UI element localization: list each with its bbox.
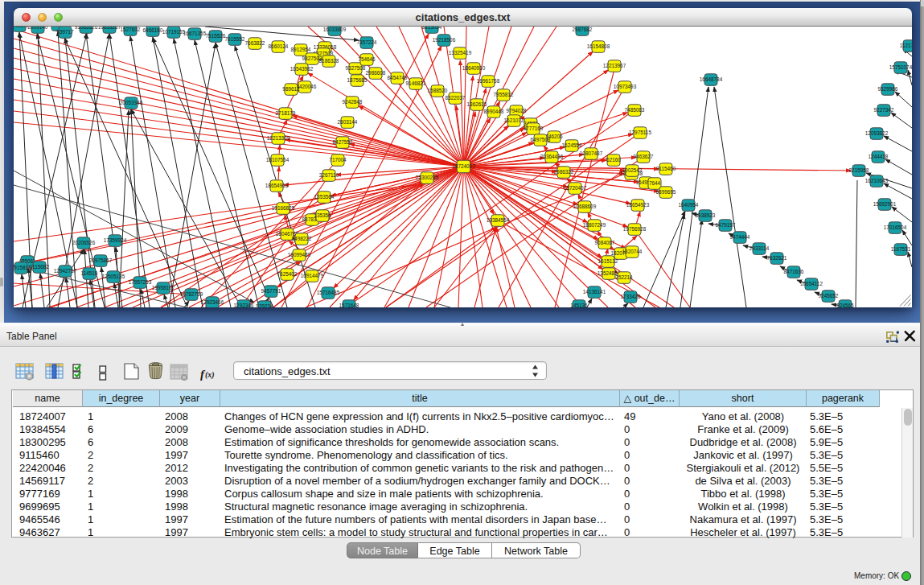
svg-text:19384554: 19384554 [487, 217, 510, 223]
svg-text:1615132: 1615132 [598, 258, 618, 264]
svg-text:8660124: 8660124 [269, 43, 289, 49]
svg-text:14136141: 14136141 [583, 289, 606, 295]
svg-text:1244418: 1244418 [869, 154, 889, 159]
svg-text:8215958: 8215958 [849, 167, 869, 173]
svg-text:9115460: 9115460 [656, 166, 676, 171]
svg-text:12975115: 12975115 [629, 130, 651, 135]
svg-text:8471636: 8471636 [784, 269, 804, 274]
svg-text:12213967: 12213967 [603, 63, 626, 68]
svg-text:2986322: 2986322 [554, 169, 574, 175]
svg-text:10973493: 10973493 [614, 84, 637, 89]
svg-text:91065326: 91065326 [75, 27, 98, 30]
svg-text:7485063: 7485063 [625, 107, 645, 113]
svg-text:10654112: 10654112 [800, 281, 823, 286]
svg-text:19166825: 19166825 [272, 205, 295, 211]
svg-text:1820744: 1820744 [622, 249, 643, 254]
svg-text:10719155: 10719155 [162, 29, 186, 35]
svg-text:7644: 7644 [649, 180, 661, 186]
svg-text:8813054: 8813054 [422, 27, 442, 30]
svg-text:9227342: 9227342 [874, 107, 894, 113]
svg-text:19756928: 19756928 [623, 226, 647, 232]
svg-text:1527602: 1527602 [121, 27, 141, 32]
svg-text:25300235: 25300235 [416, 175, 439, 180]
svg-text:8990448: 8990448 [484, 109, 504, 114]
svg-text:17016504: 17016504 [884, 225, 907, 230]
svg-text:8498222: 8498222 [292, 236, 312, 241]
svg-text:1353564: 1353564 [314, 194, 335, 200]
svg-text:9084067: 9084067 [595, 240, 615, 245]
svg-text:10807487: 10807487 [580, 150, 603, 156]
svg-text:7663822: 7663822 [245, 40, 265, 46]
svg-text:114519: 114519 [81, 270, 98, 276]
svg-text:717004: 717004 [329, 157, 347, 163]
svg-text:16099489: 16099489 [288, 252, 311, 257]
svg-text:18807249: 18807249 [583, 222, 606, 228]
svg-text:7625402: 7625402 [277, 271, 298, 277]
svg-text:10688609: 10688609 [573, 204, 597, 209]
svg-text:939717: 939717 [56, 29, 74, 35]
svg-text:754646: 754646 [358, 56, 376, 62]
svg-text:7632621: 7632621 [767, 255, 787, 261]
svg-text:1121706: 1121706 [900, 43, 912, 48]
svg-text:8454749: 8454749 [388, 75, 408, 80]
svg-text:924565: 924565 [836, 303, 854, 307]
svg-text:9474444: 9474444 [730, 234, 750, 240]
svg-text:(x): (x) [205, 370, 215, 380]
svg-text:135356: 135356 [314, 212, 331, 218]
svg-text:12923466: 12923466 [201, 299, 224, 305]
svg-text:62160: 62160 [606, 157, 621, 163]
svg-text:16782759: 16782759 [180, 291, 203, 297]
svg-text:16914479: 16914479 [301, 273, 324, 278]
svg-text:1115682: 1115682 [30, 264, 49, 270]
svg-text:2986608: 2986608 [366, 70, 386, 76]
svg-text:18724007: 18724007 [452, 163, 475, 169]
svg-text:13325419: 13325419 [449, 50, 472, 56]
svg-text:1621072: 1621072 [504, 117, 524, 123]
svg-text:7615552: 7615552 [225, 36, 245, 42]
svg-text:19218506: 19218506 [433, 37, 456, 43]
svg-text:1733426: 1733426 [621, 294, 641, 299]
svg-text:12942757: 12942757 [54, 268, 77, 274]
svg-text:12093822: 12093822 [865, 130, 889, 136]
svg-text:17359924: 17359924 [104, 237, 127, 243]
svg-text:1167531: 1167531 [891, 246, 911, 252]
svg-text:3915811: 3915811 [14, 265, 31, 270]
svg-text:20364436: 20364436 [540, 154, 564, 159]
svg-text:9463627: 9463627 [634, 154, 654, 159]
svg-text:6466160: 6466160 [143, 27, 163, 33]
svg-text:1875685: 1875685 [347, 77, 368, 83]
svg-text:1002543: 1002543 [622, 167, 643, 173]
svg-text:10653267: 10653267 [98, 27, 121, 30]
svg-text:19958107: 19958107 [152, 285, 175, 290]
svg-text:12213309: 12213309 [267, 135, 290, 141]
svg-text:20975867: 20975867 [89, 257, 113, 263]
svg-text:17957253: 17957253 [129, 279, 152, 285]
svg-text:9245652: 9245652 [819, 293, 839, 299]
svg-text:16671355: 16671355 [183, 31, 207, 36]
svg-text:16033809: 16033809 [323, 27, 347, 32]
svg-text:1362615: 1362615 [467, 101, 487, 107]
svg-text:15692901: 15692901 [873, 201, 897, 207]
svg-text:9777169: 9777169 [524, 126, 544, 131]
svg-text:18107554: 18107554 [266, 157, 290, 163]
svg-text:9794028: 9794028 [507, 108, 527, 113]
svg-text:145136: 145136 [570, 303, 588, 307]
svg-text:2009140: 2009140 [28, 27, 48, 30]
svg-text:2933114: 2933114 [749, 245, 770, 251]
svg-text:16154808: 16154808 [587, 43, 610, 49]
svg-text:15716485: 15716485 [317, 290, 340, 295]
svg-text:3267110: 3267110 [319, 172, 339, 178]
svg-text:929234: 929234 [256, 303, 273, 307]
svg-text:16648784: 16648784 [700, 76, 723, 82]
svg-text:18720407: 18720407 [564, 185, 587, 191]
svg-text:20206526: 20206526 [72, 240, 96, 245]
svg-text:6479197: 6479197 [716, 222, 736, 228]
svg-text:1571648: 1571648 [339, 303, 359, 307]
svg-text:7357224: 7357224 [357, 39, 377, 45]
svg-text:7515526: 7515526 [206, 33, 226, 39]
svg-text:20053346: 20053346 [120, 100, 143, 105]
svg-text:8186328: 8186328 [319, 58, 339, 64]
svg-text:16961758: 16961758 [477, 78, 500, 84]
svg-text:8322037: 8322037 [446, 95, 466, 101]
svg-text:1624554: 1624554 [562, 142, 582, 148]
